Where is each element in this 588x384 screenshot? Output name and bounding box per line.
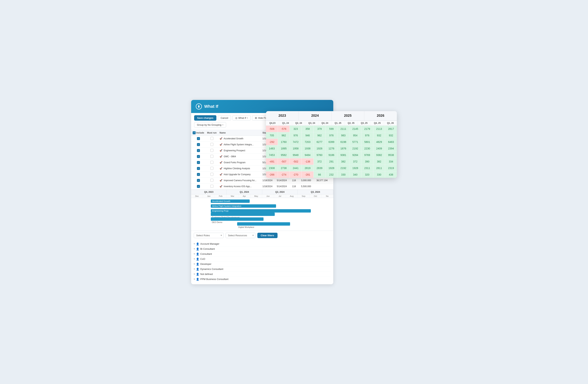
include-cell[interactable]: ✓ — [191, 172, 206, 177]
include-cell[interactable]: ✓ — [191, 177, 206, 183]
include-cell[interactable]: ✓ — [191, 159, 206, 166]
project-name: Engineering Prospect — [224, 149, 245, 152]
chevron-down-icon: ▾ — [222, 124, 223, 126]
role-item[interactable]: ▾ 👤 Dynamics Consultant — [194, 267, 331, 272]
role-expand-icon[interactable]: ▾ — [194, 273, 195, 275]
must-run-checkbox[interactable] — [210, 179, 213, 182]
gantt-quarters-header: Q4, 2023 Q1, 2024 Q2, 2024 Q3, 2024 — [191, 190, 333, 194]
data-grid-cell: 390 — [361, 158, 373, 165]
include-checkbox[interactable]: ✓ — [197, 161, 200, 164]
must-run-checkbox[interactable] — [210, 185, 213, 188]
must-run-cell[interactable] — [206, 135, 218, 142]
data-grid-row: 7453958299489484976091869381928497699382… — [266, 152, 397, 158]
role-person-icon: 👤 — [196, 263, 199, 266]
days-cell: 118 — [291, 183, 300, 189]
include-checkbox[interactable]: ✓ — [197, 185, 200, 188]
must-run-cell[interactable] — [206, 154, 218, 159]
project-name: Accelerated Growth — [224, 137, 243, 140]
role-expand-icon[interactable]: ▾ — [194, 243, 195, 245]
select-all-checkbox[interactable]: ✓ — [193, 131, 196, 134]
project-name-cell: 🚀 Improved Camera Focusing for... — [218, 177, 261, 183]
project-name: Airline Flight System Integra... — [224, 143, 253, 146]
include-checkbox[interactable]: ✓ — [197, 179, 200, 182]
data-grid-cell: 983 — [337, 132, 349, 139]
include-checkbox[interactable]: ✓ — [197, 149, 200, 152]
must-run-cell[interactable] — [206, 183, 218, 189]
include-cell[interactable]: ✓ — [191, 142, 206, 148]
gantt-bar-row: DEO Demo — [193, 218, 332, 223]
must-run-checkbox[interactable] — [210, 155, 213, 158]
must-run-checkbox[interactable] — [210, 149, 213, 152]
role-item[interactable]: ▾ 👤 Bi Consultant — [194, 247, 331, 251]
year-2024: 2024 — [299, 111, 331, 120]
role-item[interactable]: ▾ 👤 PPM Business Consultant — [194, 277, 331, 282]
must-run-checkbox[interactable] — [210, 143, 213, 146]
role-item[interactable]: ▾ 👤 Developer — [194, 262, 331, 267]
must-run-checkbox[interactable] — [210, 167, 213, 170]
include-checkbox[interactable]: ✓ — [197, 143, 200, 146]
data-grid-row: -506-57632335837959921112145217921132817 — [266, 126, 397, 132]
role-expand-icon[interactable]: ▾ — [194, 248, 195, 250]
must-run-cell[interactable] — [206, 159, 218, 166]
include-cell[interactable]: ✓ — [191, 166, 206, 172]
role-item[interactable]: ▾ 👤 Consultant — [194, 251, 331, 257]
save-changes-button[interactable]: Save changes — [194, 115, 216, 121]
role-name: PPM Business Consultant — [200, 278, 228, 281]
data-grid-cell: 2111 — [337, 126, 349, 132]
table-row: ✓ 🚀 Inventory Access IOS App... 1/18/202… — [191, 183, 333, 189]
gantt-bar: Accelerated Growth — [211, 199, 250, 203]
project-icon: 🚀 — [220, 179, 222, 182]
include-checkbox[interactable]: ✓ — [197, 167, 200, 170]
data-grid-cell: 932 — [385, 132, 397, 139]
select-resources-dropdown[interactable]: Select Resources — [226, 233, 255, 238]
data-grid-cell: 372 — [314, 158, 326, 165]
role-expand-icon[interactable]: ▾ — [194, 278, 195, 280]
quarter-q1-2024: Q1, 2024 — [227, 190, 262, 194]
include-cell[interactable]: ✓ — [191, 148, 206, 154]
select-roles-dropdown[interactable]: Select Roles — [194, 233, 224, 238]
must-run-cell[interactable] — [206, 177, 218, 183]
eye-icon: ◎ — [235, 116, 237, 119]
role-expand-icon[interactable]: ▾ — [194, 253, 195, 255]
data-grid-cell: 962 — [278, 132, 290, 139]
include-checkbox[interactable]: ✓ — [197, 137, 200, 140]
role-expand-icon[interactable]: ▾ — [194, 258, 195, 260]
must-run-cell[interactable] — [206, 142, 218, 148]
roles-select-wrapper: Select Roles — [194, 233, 224, 238]
must-run-checkbox[interactable] — [210, 161, 213, 164]
include-checkbox[interactable]: ✓ — [197, 173, 200, 176]
project-name: Inventory Access IOS App... — [224, 185, 252, 188]
role-expand-icon[interactable]: ▾ — [194, 268, 195, 270]
must-run-cell[interactable] — [206, 166, 218, 172]
gantt-bars-area: Accelerated Growth Airline Flight System… — [191, 198, 333, 229]
role-item[interactable]: ▾ 👤 CxO — [194, 257, 331, 262]
col-include: ✓ Include — [191, 130, 206, 136]
role-expand-icon[interactable]: ▾ — [194, 263, 195, 265]
group-by-button[interactable]: Group by No Grouping ▾ — [194, 122, 226, 128]
quarter-q4-2023: Q4, 2023 — [191, 190, 227, 194]
must-run-checkbox[interactable] — [210, 137, 213, 140]
data-grid-cell: -506 — [266, 126, 278, 132]
data-grid-row: -292176074727203627763996198577158014829… — [266, 139, 397, 145]
include-cell[interactable]: ✓ — [191, 135, 206, 142]
include-cell[interactable]: ✓ — [191, 183, 206, 189]
whatif-button[interactable]: ◎ What If ▾ — [232, 115, 251, 121]
data-grid-cell: 976 — [290, 132, 302, 139]
role-item[interactable]: ▾ 👤 Not defined — [194, 272, 331, 277]
data-grid-cell: 1938 — [302, 145, 314, 152]
include-cell[interactable]: ✓ — [191, 154, 206, 159]
clear-filters-button[interactable]: Clear filters — [257, 233, 277, 238]
data-grid-cell: 438 — [385, 172, 397, 178]
gantt-bar — [211, 217, 264, 221]
must-run-cell[interactable] — [206, 148, 218, 154]
project-icon: 🚀 — [220, 185, 222, 188]
filter-bar: Select Roles Select Resources Clear filt… — [191, 231, 333, 240]
data-grid-cell: 66 — [314, 172, 326, 178]
must-run-cell[interactable] — [206, 172, 218, 177]
include-checkbox[interactable]: ✓ — [197, 155, 200, 158]
role-name: Developer — [200, 263, 211, 265]
year-2025: 2025 — [332, 111, 364, 120]
role-item[interactable]: ▾ 👤 Account Manager — [194, 242, 331, 247]
cancel-button[interactable]: Cancel — [218, 115, 231, 121]
must-run-checkbox[interactable] — [210, 173, 213, 176]
